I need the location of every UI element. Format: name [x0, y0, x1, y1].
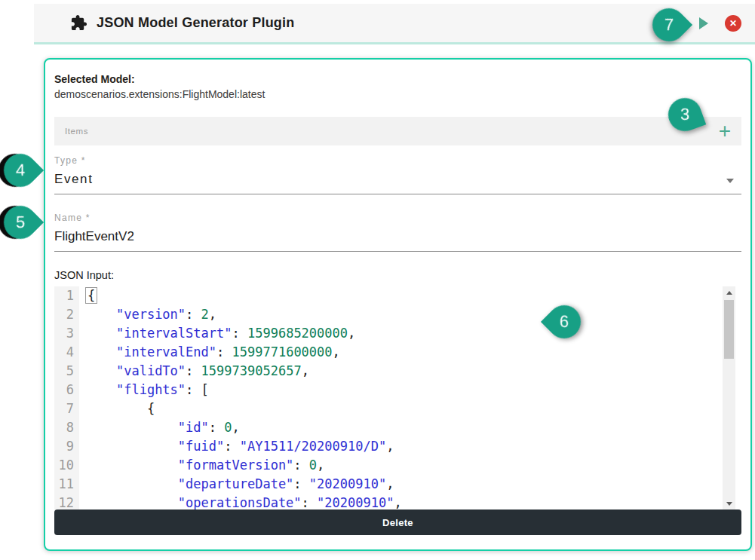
json-input-label: JSON Input:	[54, 268, 741, 282]
line-number: 9	[54, 437, 74, 456]
line-number: 10	[54, 456, 74, 475]
scroll-down-icon[interactable]	[723, 497, 735, 510]
code-line: "departureDate": "20200910",	[85, 475, 741, 494]
type-field[interactable]: Type * Event	[54, 155, 741, 194]
code-line: {	[85, 286, 741, 305]
plugin-panel: Selected Model: demoscenarios.extensions…	[44, 58, 752, 551]
editor-gutter: 123456789101112	[54, 286, 79, 510]
line-number: 7	[54, 399, 74, 418]
plugin-header: JSON Model Generator Plugin ✕	[34, 4, 755, 44]
line-number: 6	[54, 381, 74, 399]
line-number: 12	[54, 494, 74, 510]
editor-code[interactable]: { "version": 2, "intervalStart": 1599685…	[79, 286, 741, 510]
line-number: 3	[54, 324, 74, 343]
type-field-value[interactable]: Event	[54, 171, 741, 188]
json-editor[interactable]: 123456789101112 { "version": 2, "interva…	[54, 286, 741, 510]
puzzle-icon	[70, 14, 87, 32]
code-line: "id": 0,	[85, 418, 741, 437]
name-field[interactable]: Name * FlightEventV2	[54, 213, 741, 252]
line-number: 1	[54, 286, 74, 305]
code-line: "intervalEnd": 1599771600000,	[85, 343, 741, 362]
callout-4: 4	[0, 147, 44, 194]
code-line: "formatVersion": 0,	[85, 456, 741, 475]
callout-5: 5	[0, 199, 44, 246]
selected-model-block: Selected Model: demoscenarios.extensions…	[54, 72, 741, 103]
run-plugin-play-icon[interactable]	[699, 17, 708, 29]
line-number: 11	[54, 475, 74, 494]
code-line: "validTo": 1599739052657,	[85, 362, 741, 381]
add-item-icon[interactable]: +	[719, 121, 731, 142]
plugin-title: JSON Model Generator Plugin	[97, 15, 294, 31]
code-line: {	[85, 399, 741, 418]
line-number: 2	[54, 305, 74, 324]
code-line: "flights": [	[85, 381, 741, 399]
close-icon[interactable]: ✕	[725, 15, 741, 32]
editor-scrollbar[interactable]	[723, 286, 735, 510]
scrollbar-thumb[interactable]	[724, 300, 734, 359]
code-line: "fuid": "AY1511/20200910/D",	[85, 437, 741, 456]
delete-button[interactable]: Delete	[54, 510, 741, 535]
line-number: 5	[54, 362, 74, 381]
line-number: 8	[54, 418, 74, 437]
items-label: Items	[65, 127, 88, 136]
dropdown-caret-icon[interactable]	[726, 179, 734, 183]
selected-model-label: Selected Model:	[54, 72, 741, 87]
items-bar: Items +	[54, 117, 741, 145]
type-field-label: Type *	[54, 155, 741, 166]
name-field-label: Name *	[54, 213, 741, 223]
name-field-value[interactable]: FlightEventV2	[54, 228, 741, 245]
code-line: "operationsDate": "20200910",	[85, 494, 741, 510]
line-number: 4	[54, 343, 74, 362]
selected-model-value: demoscenarios.extensions:FlightModel:lat…	[54, 87, 741, 103]
code-line: "intervalStart": 1599685200000,	[85, 324, 741, 343]
scroll-up-icon[interactable]	[723, 286, 735, 298]
code-line: "version": 2,	[85, 305, 741, 324]
